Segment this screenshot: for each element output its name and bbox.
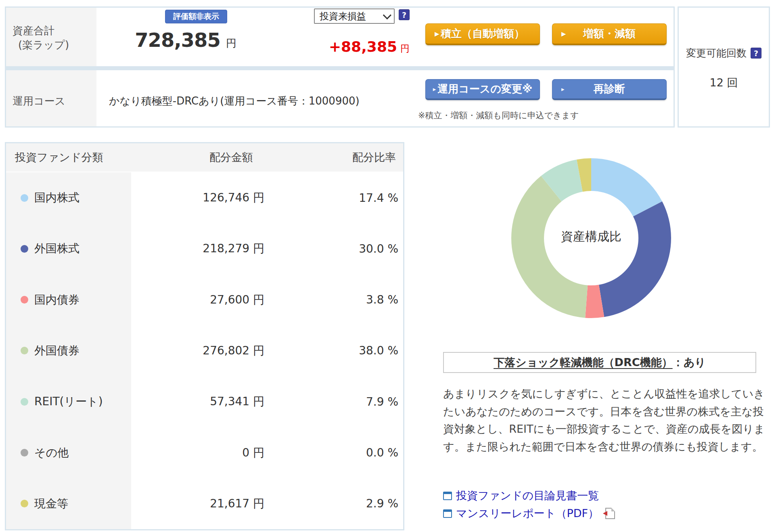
table-row-category: REIT(リート)	[6, 376, 131, 427]
arrow-right-icon: ▸	[433, 86, 436, 93]
arrow-right-icon: ▶	[435, 30, 439, 38]
category-label: 国内債券	[34, 292, 79, 308]
apply-note: ※積立・増額・減額も同時に申込できます	[418, 110, 579, 121]
course-change-button-label: 運用コースの変更※	[437, 82, 532, 96]
table-row-category: 現金等	[6, 478, 131, 529]
top-summary-box: 資産合計 (楽ラップ) 評価額非表示 728,385 円 投資来損益 +88,3…	[5, 6, 675, 128]
category-bullet	[21, 449, 28, 457]
zougaku-genkaku-button[interactable]: ▶ 増額・減額	[552, 23, 667, 45]
change-count-label: 変更可能回数	[686, 46, 747, 60]
period-select[interactable]: 投資来損益	[314, 8, 395, 24]
ratio-cell: 7.9 %	[272, 376, 403, 427]
allocation-table: 投資ファンド分類 配分金額 配分比率 国内株式 126,746 円 17.4 %…	[5, 142, 404, 530]
donut-slice-外国株式	[599, 201, 671, 317]
category-bullet	[21, 347, 28, 354]
profit-amount-unit: 円	[400, 42, 410, 55]
help-icon-change-count[interactable]	[751, 48, 761, 59]
category-label: 外国株式	[34, 241, 79, 256]
asset-total-label-main: 資産合計	[13, 25, 54, 37]
amount-cell: 276,802 円	[131, 325, 272, 376]
category-bullet	[21, 500, 28, 507]
table-row-category: 外国株式	[6, 223, 131, 274]
profit-amount: +88,385	[329, 38, 397, 55]
monthly-report-link-label: マンスリーレポート（PDF）	[456, 506, 599, 521]
table-row-category: 外国債券	[6, 325, 131, 376]
amount-cell: 0 円	[131, 427, 272, 478]
category-bullet	[21, 398, 28, 406]
hide-valuation-button[interactable]: 評価額非表示	[165, 10, 227, 23]
ratio-cell: 30.0 %	[272, 223, 403, 274]
ratio-cell: 2.9 %	[272, 478, 403, 529]
column-header-category: 投資ファンド分類	[6, 143, 131, 172]
profit-wrap: +88,385 円	[289, 38, 410, 55]
help-icon-period[interactable]	[399, 9, 410, 20]
prospectus-link[interactable]: 投資ファンドの目論見書一覧	[443, 488, 599, 503]
period-select-value: 投資来損益	[320, 10, 366, 23]
tsumitate-button-label: 積立（自動増額）	[441, 27, 525, 41]
rediagnosis-button-label: 再診断	[594, 82, 625, 96]
external-window-icon	[443, 509, 452, 518]
ratio-cell: 0.0 %	[272, 427, 403, 478]
course-value: かなり積極型-DRCあり(運用コース番号：1000900)	[109, 94, 360, 108]
asset-total-label: 資産合計 (楽ラップ)	[13, 24, 69, 52]
prospectus-link-label: 投資ファンドの目論見書一覧	[456, 488, 599, 503]
total-amount: 728,385	[135, 29, 220, 51]
drc-box: 下落ショック軽減機能（DRC機能）：あり	[443, 352, 756, 373]
category-label: 国内株式	[34, 190, 79, 205]
rediagnosis-button[interactable]: ▸ 再診断	[552, 79, 667, 100]
column-header-amount: 配分金額	[131, 143, 272, 172]
table-row-category: 国内株式	[6, 172, 131, 223]
course-description: あまりリスクを気にしすぎずに、とことん収益性を追求していきたいあなたのためのコー…	[443, 385, 768, 456]
change-count-value: 12 回	[679, 75, 769, 90]
category-bullet	[21, 296, 28, 304]
arrow-right-icon: ▶	[561, 30, 566, 38]
amount-cell: 218,279 円	[131, 223, 272, 274]
donut-center-label: 資産構成比	[531, 228, 652, 245]
chevron-down-icon	[383, 11, 391, 19]
course-change-button[interactable]: ▸ 運用コースの変更※	[425, 79, 540, 100]
total-amount-unit: 円	[226, 36, 236, 50]
course-row-label: 運用コース	[13, 94, 65, 108]
ratio-cell: 3.8 %	[272, 274, 403, 325]
table-row-category: 国内債券	[6, 274, 131, 325]
category-bullet	[21, 194, 28, 202]
ratio-cell: 38.0 %	[272, 325, 403, 376]
table-row-category: その他	[6, 427, 131, 478]
amount-cell: 57,341 円	[131, 376, 272, 427]
external-window-icon	[443, 492, 452, 500]
category-label: REIT(リート)	[34, 394, 103, 409]
ratio-cell: 17.4 %	[272, 172, 403, 223]
asset-total-label-sub: (楽ラップ)	[13, 38, 69, 52]
donut-slice-外国債券	[511, 176, 588, 318]
amount-cell: 27,600 円	[131, 274, 272, 325]
monthly-report-link[interactable]: マンスリーレポート（PDF）	[443, 506, 615, 521]
arrow-right-icon: ▸	[561, 86, 565, 93]
category-label: 現金等	[34, 496, 68, 511]
drc-title: 下落ショック軽減機能（DRC機能）	[494, 355, 673, 370]
category-bullet	[21, 245, 28, 253]
drc-status: ：あり	[673, 355, 706, 370]
change-count-box: 変更可能回数 12 回	[678, 6, 770, 128]
category-label: 外国債券	[34, 343, 79, 358]
total-amount-wrap: 728,385 円	[99, 29, 272, 51]
pdf-icon[interactable]	[605, 508, 615, 519]
zougaku-button-label: 増額・減額	[583, 27, 636, 41]
column-header-ratio: 配分比率	[272, 143, 403, 172]
amount-cell: 126,746 円	[131, 172, 272, 223]
category-label: その他	[34, 445, 69, 461]
tsumitate-button[interactable]: ▶ 積立（自動増額）	[425, 23, 540, 45]
row-divider	[6, 66, 674, 70]
amount-cell: 21,617 円	[131, 478, 272, 529]
